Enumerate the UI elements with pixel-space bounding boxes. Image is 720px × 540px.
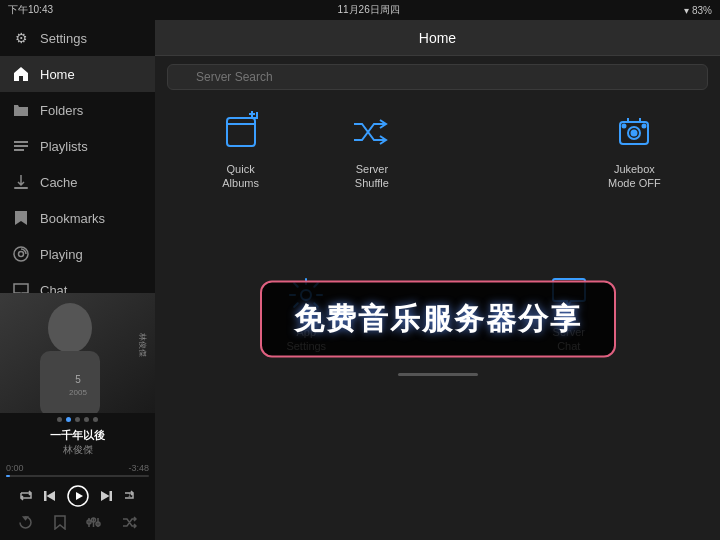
sidebar-label-playing: Playing xyxy=(40,247,83,262)
sidebar-item-settings[interactable]: ⚙ Settings xyxy=(0,20,155,56)
search-input[interactable] xyxy=(167,64,708,90)
album-art-bg: 5 2005 林俊傑 xyxy=(0,293,155,413)
sidebar-item-playlists[interactable]: Playlists xyxy=(0,128,155,164)
time-row: 0:00 -3:48 xyxy=(0,463,155,473)
main-header: Home xyxy=(155,20,720,56)
sidebar-item-cache[interactable]: Cache xyxy=(0,164,155,200)
dot-2 xyxy=(75,417,80,422)
time-total: -3:48 xyxy=(128,463,149,473)
home-icon xyxy=(12,65,30,83)
sidebar-label-folders: Folders xyxy=(40,103,83,118)
svg-text:1: 1 xyxy=(128,492,131,498)
progress-bar[interactable] xyxy=(6,475,149,477)
track-artist: 林俊傑 xyxy=(4,443,151,457)
album-art: 5 2005 林俊傑 xyxy=(0,293,155,413)
equalizer-icon[interactable] xyxy=(86,515,101,530)
track-title: 一千年以後 xyxy=(4,428,151,443)
search-wrapper: 🔍 xyxy=(167,64,708,90)
status-icons: ▾ 83% xyxy=(684,5,712,16)
sidebar-label-settings: Settings xyxy=(40,31,87,46)
playlists-icon xyxy=(12,137,30,155)
quick-albums-label: QuickAlbums xyxy=(222,162,259,191)
player-section: 5 2005 林俊傑 一千年以後 林俊傑 0:00 -3:48 xyxy=(0,293,155,540)
album-dots xyxy=(0,413,155,426)
svg-text:2005: 2005 xyxy=(69,388,87,397)
settings-icon: ⚙ xyxy=(12,29,30,47)
quick-albums-icon xyxy=(217,108,265,156)
svg-text:5: 5 xyxy=(75,374,81,385)
sidebar-item-bookmarks[interactable]: Bookmarks xyxy=(0,200,155,236)
svg-point-8 xyxy=(48,303,92,353)
bookmark-icon[interactable] xyxy=(54,515,66,530)
svg-marker-14 xyxy=(46,491,55,501)
sidebar-label-playlists: Playlists xyxy=(40,139,88,154)
server-shuffle-icon xyxy=(348,108,396,156)
jukebox-button[interactable]: JukeboxMode OFF xyxy=(594,108,674,191)
quick-albums-button[interactable]: QuickAlbums xyxy=(201,108,281,191)
sidebar-item-home[interactable]: Home xyxy=(0,56,155,92)
prev-button[interactable] xyxy=(43,489,57,503)
svg-rect-27 xyxy=(227,118,255,146)
header-title: Home xyxy=(419,30,456,46)
play-button[interactable] xyxy=(67,485,89,507)
battery-text: 83% xyxy=(692,5,712,16)
folders-icon xyxy=(12,101,30,119)
svg-text:林俊傑: 林俊傑 xyxy=(138,332,147,357)
refresh-icon[interactable] xyxy=(18,515,33,530)
sidebar-item-playing[interactable]: Playing xyxy=(0,236,155,272)
dot-4 xyxy=(93,417,98,422)
svg-rect-3 xyxy=(14,187,28,189)
status-time: 下午10:43 xyxy=(8,3,53,17)
svg-rect-9 xyxy=(40,351,100,413)
svg-marker-16 xyxy=(76,492,83,500)
server-shuffle-button[interactable]: ServerShuffle xyxy=(332,108,412,191)
status-bar: 下午10:43 11月26日周四 ▾ 83% xyxy=(0,0,720,20)
progress-fill xyxy=(6,475,10,477)
banner-overlay: 免费音乐服务器分享 xyxy=(260,281,616,358)
bookmarks-icon xyxy=(12,209,30,227)
sidebar-item-folders[interactable]: Folders xyxy=(0,92,155,128)
svg-rect-0 xyxy=(14,141,28,143)
repeat-once-button[interactable]: 1 xyxy=(123,489,137,503)
album-art-svg: 5 2005 林俊傑 xyxy=(0,293,155,413)
server-shuffle-label: ServerShuffle xyxy=(355,162,389,191)
svg-point-34 xyxy=(643,125,646,128)
dot-3 xyxy=(84,417,89,422)
svg-point-32 xyxy=(632,131,637,136)
sidebar-label-cache: Cache xyxy=(40,175,78,190)
svg-rect-1 xyxy=(14,145,28,147)
next-button[interactable] xyxy=(99,489,113,503)
track-info: 一千年以後 林俊傑 xyxy=(0,426,155,459)
dot-0 xyxy=(57,417,62,422)
wifi-icon: ▾ xyxy=(684,5,692,16)
cache-icon xyxy=(12,173,30,191)
status-date: 11月26日周四 xyxy=(337,3,399,17)
grid-row-1: QuickAlbums ServerShuffle placeholder xyxy=(175,108,700,191)
svg-rect-13 xyxy=(44,491,47,501)
svg-marker-18 xyxy=(101,491,110,501)
player-controls: 0:00 -3:48 xyxy=(0,459,155,540)
shuffle-icon[interactable] xyxy=(122,515,137,530)
sidebar: ⚙ Settings Home Folders Playlists xyxy=(0,20,155,540)
main-content: Home 🔍 QuickAlbums xyxy=(155,20,720,540)
repeat-button[interactable] xyxy=(19,489,33,503)
scroll-indicator xyxy=(398,373,478,376)
grid-area: QuickAlbums ServerShuffle placeholder xyxy=(155,98,720,540)
main-bottom xyxy=(175,373,700,388)
svg-rect-2 xyxy=(14,149,24,151)
search-bar: 🔍 xyxy=(155,56,720,98)
sidebar-label-bookmarks: Bookmarks xyxy=(40,211,105,226)
controls-row: 1 xyxy=(0,481,155,511)
bottom-icons-row xyxy=(0,511,155,536)
time-elapsed: 0:00 xyxy=(6,463,24,473)
jukebox-icon xyxy=(610,108,658,156)
playing-icon xyxy=(12,245,30,263)
banner-text: 免费音乐服务器分享 xyxy=(294,299,582,340)
svg-point-33 xyxy=(623,125,626,128)
svg-rect-17 xyxy=(109,491,112,501)
dot-1 xyxy=(66,417,71,422)
jukebox-label: JukeboxMode OFF xyxy=(608,162,661,191)
sidebar-label-home: Home xyxy=(40,67,75,82)
svg-point-5 xyxy=(19,252,24,257)
